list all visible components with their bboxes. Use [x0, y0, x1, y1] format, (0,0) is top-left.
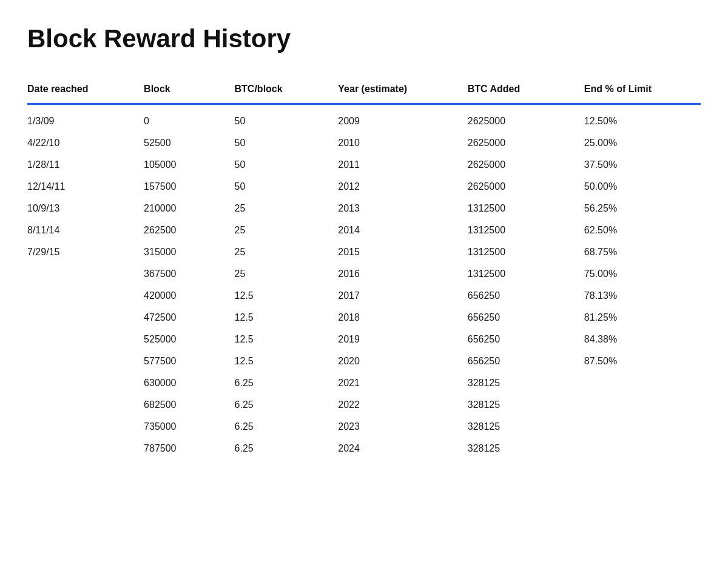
cell-endpct: 68.75%: [584, 241, 701, 263]
cell-btcblock: 25: [235, 241, 339, 263]
cell-endpct: 50.00%: [584, 176, 701, 198]
table-row: 7350006.252023328125: [27, 416, 701, 438]
cell-btcadded: 2625000: [468, 176, 584, 198]
table-row: 12/14/11157500502012262500050.00%: [27, 176, 701, 198]
cell-date: [27, 394, 144, 416]
cell-btcblock: 6.25: [235, 372, 339, 394]
cell-date: [27, 307, 144, 329]
cell-date: 10/9/13: [27, 198, 144, 219]
cell-btcadded: 656250: [468, 329, 584, 350]
block-reward-table: Date reached Block BTC/block Year (estim…: [27, 78, 701, 459]
cell-btcblock: 25: [235, 219, 339, 241]
cell-date: [27, 416, 144, 438]
cell-block: 472500: [144, 307, 234, 329]
cell-btcblock: 25: [235, 263, 339, 285]
cell-block: 315000: [144, 241, 234, 263]
cell-endpct: 37.50%: [584, 154, 701, 176]
table-row: 1/28/11105000502011262500037.50%: [27, 154, 701, 176]
table-row: 52500012.5201965625084.38%: [27, 329, 701, 350]
cell-year: 2017: [338, 285, 467, 307]
cell-block: 682500: [144, 394, 234, 416]
cell-year: 2020: [338, 350, 467, 372]
cell-endpct: 84.38%: [584, 329, 701, 350]
cell-endpct: [584, 372, 701, 394]
cell-block: 157500: [144, 176, 234, 198]
table-row: 7/29/15315000252015131250068.75%: [27, 241, 701, 263]
col-header-year: Year (estimate): [338, 78, 467, 104]
table-row: 4/22/1052500502010262500025.00%: [27, 132, 701, 154]
cell-block: 630000: [144, 372, 234, 394]
cell-btcadded: 656250: [468, 307, 584, 329]
cell-year: 2012: [338, 176, 467, 198]
cell-year: 2024: [338, 438, 467, 459]
cell-btcadded: 2625000: [468, 132, 584, 154]
cell-endpct: 87.50%: [584, 350, 701, 372]
cell-btcblock: 50: [235, 154, 339, 176]
cell-year: 2023: [338, 416, 467, 438]
page-title: Block Reward History: [27, 24, 701, 53]
col-header-block: Block: [144, 78, 234, 104]
cell-year: 2016: [338, 263, 467, 285]
cell-btcblock: 50: [235, 104, 339, 133]
cell-block: 577500: [144, 350, 234, 372]
cell-btcadded: 328125: [468, 438, 584, 459]
cell-date: [27, 350, 144, 372]
cell-year: 2014: [338, 219, 467, 241]
table-row: 6825006.252022328125: [27, 394, 701, 416]
table-row: 1/3/090502009262500012.50%: [27, 104, 701, 133]
cell-block: 367500: [144, 263, 234, 285]
cell-date: 12/14/11: [27, 176, 144, 198]
cell-btcblock: 6.25: [235, 438, 339, 459]
cell-endpct: 25.00%: [584, 132, 701, 154]
cell-date: 1/3/09: [27, 104, 144, 133]
cell-endpct: [584, 394, 701, 416]
cell-date: 1/28/11: [27, 154, 144, 176]
cell-date: [27, 372, 144, 394]
cell-year: 2009: [338, 104, 467, 133]
cell-year: 2010: [338, 132, 467, 154]
cell-btcblock: 50: [235, 176, 339, 198]
cell-year: 2011: [338, 154, 467, 176]
cell-btcadded: 1312500: [468, 241, 584, 263]
cell-btcadded: 328125: [468, 394, 584, 416]
cell-endpct: 81.25%: [584, 307, 701, 329]
cell-date: [27, 285, 144, 307]
cell-year: 2013: [338, 198, 467, 219]
cell-btcblock: 12.5: [235, 329, 339, 350]
cell-date: 8/11/14: [27, 219, 144, 241]
table-row: 47250012.5201865625081.25%: [27, 307, 701, 329]
cell-block: 52500: [144, 132, 234, 154]
cell-btcadded: 2625000: [468, 154, 584, 176]
cell-btcblock: 12.5: [235, 350, 339, 372]
cell-block: 210000: [144, 198, 234, 219]
col-header-btcblock: BTC/block: [235, 78, 339, 104]
cell-date: 7/29/15: [27, 241, 144, 263]
cell-date: [27, 438, 144, 459]
table-row: 57750012.5202065625087.50%: [27, 350, 701, 372]
table-row: 367500252016131250075.00%: [27, 263, 701, 285]
cell-date: 4/22/10: [27, 132, 144, 154]
cell-btcadded: 328125: [468, 416, 584, 438]
cell-block: 262500: [144, 219, 234, 241]
cell-btcblock: 12.5: [235, 285, 339, 307]
cell-block: 105000: [144, 154, 234, 176]
cell-block: 420000: [144, 285, 234, 307]
cell-btcblock: 6.25: [235, 394, 339, 416]
cell-year: 2015: [338, 241, 467, 263]
cell-btcadded: 1312500: [468, 198, 584, 219]
table-row: 42000012.5201765625078.13%: [27, 285, 701, 307]
col-header-endpct: End % of Limit: [584, 78, 701, 104]
cell-btcadded: 2625000: [468, 104, 584, 133]
cell-endpct: 78.13%: [584, 285, 701, 307]
table-row: 7875006.252024328125: [27, 438, 701, 459]
cell-endpct: 12.50%: [584, 104, 701, 133]
col-header-btcadded: BTC Added: [468, 78, 584, 104]
cell-block: 0: [144, 104, 234, 133]
cell-btcblock: 12.5: [235, 307, 339, 329]
cell-btcadded: 328125: [468, 372, 584, 394]
table-row: 10/9/13210000252013131250056.25%: [27, 198, 701, 219]
cell-btcadded: 656250: [468, 285, 584, 307]
cell-year: 2021: [338, 372, 467, 394]
table-row: 8/11/14262500252014131250062.50%: [27, 219, 701, 241]
cell-btcadded: 656250: [468, 350, 584, 372]
